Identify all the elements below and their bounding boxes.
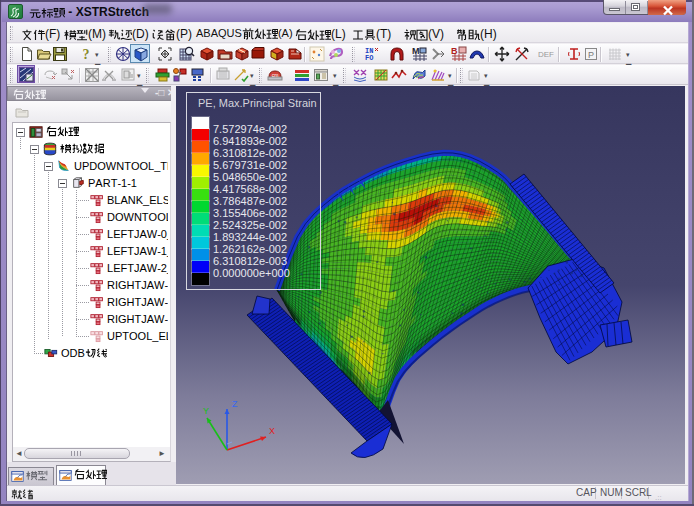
svg-text:DEF: DEF xyxy=(538,50,554,59)
svg-text:Y: Y xyxy=(203,406,209,416)
svg-text:Z: Z xyxy=(232,399,238,409)
svg-text:FO: FO xyxy=(365,54,373,62)
svg-text:cm: cm xyxy=(272,72,279,78)
svg-text:X: X xyxy=(269,426,275,436)
svg-text:?: ? xyxy=(83,47,90,62)
svg-text:P: P xyxy=(588,50,594,60)
